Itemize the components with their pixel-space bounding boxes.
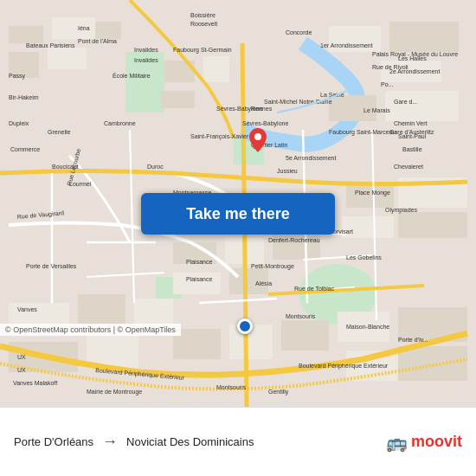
svg-text:Faubourg Saint-Marceau: Faubourg Saint-Marceau (329, 129, 396, 136)
svg-text:1er Arrondissement: 1er Arrondissement (320, 42, 373, 48)
svg-rect-14 (389, 22, 459, 52)
svg-text:Montsouris: Montsouris (286, 313, 316, 319)
svg-text:Boulevard Périphérique Extérie: Boulevard Périphérique Extérieur (299, 363, 389, 370)
svg-text:Chevaleret: Chevaleret (394, 164, 423, 170)
svg-text:Vanves: Vanves (17, 306, 37, 312)
svg-text:Po...: Po... (381, 81, 393, 87)
svg-text:Porte d'Iv...: Porte d'Iv... (398, 337, 428, 343)
svg-text:Le Marais: Le Marais (363, 107, 390, 113)
svg-rect-29 (134, 299, 173, 325)
svg-rect-38 (398, 346, 467, 381)
route-arrow-icon: → (102, 433, 118, 451)
svg-text:Saint-François-Xavier: Saint-François-Xavier (190, 133, 249, 140)
svg-text:Duroc: Duroc (147, 164, 164, 170)
svg-rect-20 (342, 216, 394, 238)
svg-text:Iéna: Iéna (78, 25, 90, 31)
svg-text:Sèvres-Babylone: Sèvres-Babylone (242, 120, 288, 127)
svg-text:Faubourg St-Germain: Faubourg St-Germain (173, 47, 232, 54)
svg-text:Maison-Blanche: Maison-Blanche (346, 324, 389, 330)
svg-text:Rue de Tolbiac: Rue de Tolbiac (294, 286, 335, 292)
svg-text:Les Halles: Les Halles (398, 55, 427, 61)
svg-text:Bateaux Parisiens: Bateaux Parisiens (26, 42, 75, 48)
svg-text:Bir-Hakeim: Bir-Hakeim (9, 94, 39, 100)
svg-text:Rennes: Rennes (251, 106, 273, 112)
svg-text:Concorde: Concorde (286, 29, 312, 35)
svg-text:Lourmel: Lourmel (69, 181, 92, 187)
destination-dot (237, 318, 253, 334)
svg-text:Montsouris: Montsouris (216, 384, 247, 390)
svg-rect-28 (78, 294, 125, 325)
svg-text:Gare d...: Gare d... (394, 99, 417, 105)
route-info: Porte D'Orléans → Noviciat Des Dominicai… (14, 433, 386, 451)
svg-rect-12 (160, 91, 195, 108)
svg-text:Gentilly: Gentilly (268, 389, 289, 396)
svg-rect-11 (203, 56, 229, 82)
svg-rect-31 (87, 333, 138, 368)
svg-text:UX: UX (17, 367, 26, 373)
bottom-bar: Porte D'Orléans → Noviciat Des Dominicai… (0, 407, 476, 476)
bus-icon: 🚌 (386, 432, 408, 453)
svg-text:Alésia: Alésia (255, 280, 272, 286)
svg-text:Passy: Passy (9, 73, 26, 80)
svg-text:Jussieu: Jussieu (277, 168, 298, 174)
svg-text:Plaisance: Plaisance (186, 259, 212, 265)
svg-text:5e Arrondissement: 5e Arrondissement (286, 155, 336, 161)
svg-text:Bastille: Bastille (402, 146, 422, 152)
moovit-logo: 🚌 moovit (386, 432, 462, 453)
take-me-there-button[interactable]: Take me there (141, 193, 335, 235)
svg-rect-8 (48, 48, 87, 69)
svg-rect-9 (95, 22, 121, 39)
svg-text:Plaisance: Plaisance (186, 276, 212, 282)
svg-point-108 (254, 133, 261, 140)
moovit-brand-text: moovit (411, 433, 462, 451)
svg-text:Roosevelt: Roosevelt (190, 21, 217, 27)
svg-rect-21 (398, 212, 467, 238)
destination-label: Noviciat Des Dominicains (126, 435, 254, 448)
svg-text:UX: UX (17, 354, 26, 360)
svg-text:Vanves Malakoff: Vanves Malakoff (13, 380, 57, 386)
map-attribution: © OpenStreetMap contributors | © OpenMap… (0, 324, 181, 336)
svg-text:Denfert-Rochereau: Denfert-Rochereau (268, 237, 320, 243)
svg-text:Dupleix: Dupleix (9, 120, 29, 127)
svg-text:Invalides: Invalides (134, 57, 158, 63)
origin-pin (249, 128, 267, 152)
svg-text:Pont de l'Alma: Pont de l'Alma (78, 38, 117, 44)
svg-text:Grenelle: Grenelle (48, 129, 71, 135)
svg-text:Boucicaut: Boucicaut (52, 164, 79, 170)
svg-text:Boissière: Boissière (190, 12, 215, 18)
svg-rect-17 (385, 91, 459, 121)
svg-text:Chemin Vert: Chemin Vert (394, 120, 428, 126)
svg-text:École Militaire: École Militaire (113, 72, 151, 79)
svg-rect-5 (9, 26, 43, 43)
svg-text:Cambronne: Cambronne (104, 120, 136, 126)
svg-text:Mairie de Montrouge: Mairie de Montrouge (87, 389, 142, 396)
svg-text:Invalides: Invalides (134, 47, 158, 53)
svg-text:Place Monge: Place Monge (355, 190, 390, 196)
svg-text:Les Gobelins: Les Gobelins (346, 254, 382, 261)
svg-text:Commerce: Commerce (10, 146, 40, 152)
svg-text:Petit-Montrouge: Petit-Montrouge (251, 263, 294, 270)
origin-label: Porte D'Orléans (14, 435, 93, 448)
svg-text:Porte de Versailles: Porte de Versailles (26, 263, 77, 269)
map-container: Rue de Vaugirard Rue Lecourbe Rue de Tol… (0, 0, 476, 407)
svg-text:2e Arrondissement: 2e Arrondissement (389, 68, 440, 74)
svg-rect-34 (281, 320, 329, 351)
svg-text:Olympiades: Olympiades (385, 207, 417, 214)
svg-text:Saint-Paul: Saint-Paul (398, 133, 427, 139)
